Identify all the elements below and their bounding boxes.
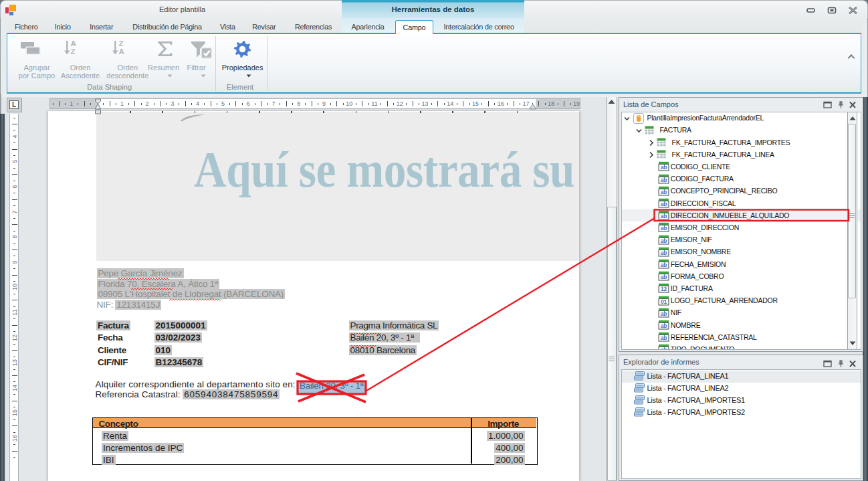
svg-text:ab: ab bbox=[660, 237, 666, 244]
svg-text:ab: ab bbox=[660, 262, 666, 268]
svg-text:01: 01 bbox=[661, 298, 667, 305]
svg-text:12: 12 bbox=[661, 286, 667, 292]
svg-text:Z: Z bbox=[71, 47, 76, 56]
svg-text:ab: ab bbox=[660, 334, 666, 341]
svg-text:ab: ab bbox=[660, 347, 666, 350]
svg-text:ab: ab bbox=[660, 310, 666, 317]
svg-text:ab: ab bbox=[660, 322, 666, 329]
svg-text:ab: ab bbox=[660, 225, 666, 231]
svg-text:ab: ab bbox=[660, 177, 666, 183]
svg-text:ab: ab bbox=[660, 201, 666, 207]
svg-text:ab: ab bbox=[660, 274, 666, 280]
svg-text:ab: ab bbox=[660, 189, 666, 195]
svg-text:ab: ab bbox=[660, 213, 666, 219]
svg-text:Z: Z bbox=[118, 40, 123, 47]
svg-text:A: A bbox=[118, 47, 124, 56]
svg-text:ab: ab bbox=[660, 250, 666, 256]
svg-text:A: A bbox=[71, 40, 76, 47]
svg-text:ab: ab bbox=[660, 164, 666, 171]
